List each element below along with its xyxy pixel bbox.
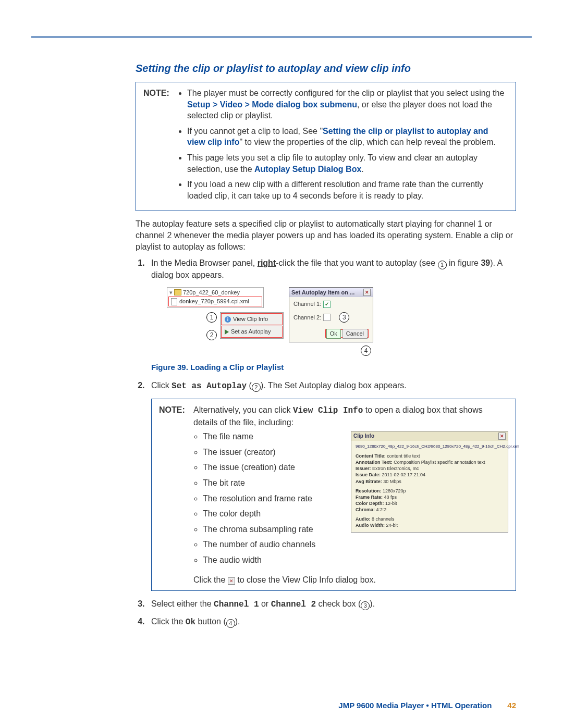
ci-value: Extron Electronics, Inc — [372, 466, 419, 471]
note-text: Click the — [193, 575, 228, 584]
step-mono: Ok — [186, 618, 195, 627]
note-text: . — [361, 165, 363, 174]
note-label: NOTE: — [143, 88, 173, 205]
callout-3: 3 — [339, 312, 349, 323]
step-text: check box ( — [316, 599, 361, 608]
channel2-label: Channel 2: — [293, 314, 321, 322]
footer-title: JMP 9600 Media Player • HTML Operation — [338, 701, 492, 710]
channel1-label: Channel 1: — [293, 300, 321, 308]
note-body: The player must be correctly configured … — [178, 88, 508, 205]
file-icon — [171, 298, 177, 305]
callout-1-inline: 1 — [438, 261, 447, 269]
detail-bullet: The number of audio channels — [203, 539, 342, 550]
ctx-set-autoplay[interactable]: Set as Autoplay — [221, 326, 283, 338]
ci-label: Content Title: — [356, 453, 386, 459]
ci-label: Avg Bitrate: — [356, 479, 382, 484]
note-bullet: This page lets you set a clip file to au… — [187, 152, 508, 175]
ci-value: 48 fps — [384, 495, 397, 500]
intro-paragraph: The autoplay feature sets a specified cl… — [136, 218, 516, 252]
folder-name: 720p_422_60_donkey — [183, 289, 240, 297]
close-icon[interactable]: ✕ — [363, 289, 371, 296]
document-page: Setting the clip or playlist to autoplay… — [0, 0, 563, 728]
note-bullet: If you load a new clip with a different … — [187, 179, 508, 201]
detail-bullet: The chroma subsampling rate — [203, 524, 342, 535]
ctx-label: Set as Autoplay — [231, 328, 271, 336]
ci-label: Audio Width: — [356, 523, 385, 528]
clip-info-panel: Clip Info ✕ 9680_1280x720_48p_422_9-16ch… — [351, 431, 508, 532]
tree-panel: ▾720p_422_60_donkey donkey_720p_5994.cpl… — [167, 287, 284, 343]
detail-bullet: The bit rate — [203, 477, 342, 489]
dialog-title: Set Autoplay item on ... — [291, 289, 354, 297]
callout-4: 4 — [361, 346, 371, 356]
detail-bullet: The resolution and frame rate — [203, 493, 342, 504]
ci-label: Color Depth: — [356, 501, 384, 506]
close-icon-inline: ✕ — [228, 577, 235, 585]
step-text: Select either the — [151, 599, 214, 608]
note-link[interactable]: Setup > Video > Mode dialog box submenu — [187, 100, 357, 109]
ok-button[interactable]: Ok — [326, 329, 341, 339]
detail-bullet: The issuer (creator) — [203, 447, 342, 458]
step-text: Click the — [151, 617, 186, 626]
ctx-label: View Clip Info — [233, 315, 268, 323]
folder-icon — [174, 289, 181, 295]
note-text: The player must be correctly configured … — [187, 89, 504, 97]
step-text: Click — [151, 381, 172, 390]
close-icon[interactable]: ✕ — [498, 433, 506, 440]
callout-1: 1 — [206, 312, 217, 323]
note-box-1: NOTE: The player must be correctly confi… — [136, 82, 516, 211]
clipinfo-path: 9680_1280x720_48p_422_9-16ch_CH2/9680_12… — [356, 444, 504, 450]
context-menu: i View Clip Info Set as Autoplay — [220, 312, 284, 339]
note-text: If you load a new clip with a different … — [187, 180, 483, 200]
note-mono: View Clip Info — [293, 406, 363, 415]
figure-caption: Figure 39. Loading a Clip or Playlist — [151, 362, 516, 373]
step-text: ( — [247, 381, 252, 390]
ci-value: 2011-02-02 17:21:04 — [382, 472, 426, 477]
step-4: Click the Ok button (4). — [147, 616, 516, 628]
note-text: If you cannot get a clip to load, See " — [187, 127, 323, 135]
detail-bullet: The issue (creation) date — [203, 462, 342, 473]
detail-bullet: The audio width — [203, 554, 342, 566]
callout-column: 1 2 — [193, 310, 219, 342]
callout-3-inline: 3 — [361, 601, 370, 610]
file-name: donkey_720p_5994.cpl.xml — [179, 298, 249, 305]
step-text: In the Media Browser panel, — [151, 258, 258, 267]
step-bold: right — [258, 258, 276, 267]
page-footer: JMP 9600 Media Player • HTML Operation 4… — [136, 701, 516, 710]
step-text: in figure — [447, 258, 481, 267]
fig-ref: 39 — [481, 258, 490, 267]
steps-list: In the Media Browser panel, right-click … — [136, 257, 516, 628]
note-box-2: NOTE: Alternatively, you can click View … — [151, 399, 516, 591]
ci-value: 12-bit — [385, 501, 397, 506]
ci-value: Composition Playlist specific annotation… — [394, 460, 485, 465]
note-text: to close the View Clip Info dialog box. — [235, 575, 376, 584]
channel2-checkbox[interactable] — [323, 314, 331, 321]
note-link[interactable]: Autoplay Setup Dialog Box — [254, 165, 361, 174]
step-1: In the Media Browser panel, right-click … — [147, 257, 516, 373]
tree-folder[interactable]: ▾720p_422_60_donkey — [168, 289, 262, 297]
note-bullet: The player must be correctly configured … — [187, 88, 508, 121]
detail-bullet: The color depth — [203, 508, 342, 520]
ci-value: content title text — [387, 453, 420, 459]
note-bullet: If you cannot get a clip to load, See "S… — [187, 126, 508, 148]
channel1-checkbox[interactable]: ✓ — [323, 301, 331, 308]
close-line: Click the ✕ to close the View Clip Info … — [193, 574, 508, 586]
info-icon: i — [225, 316, 231, 323]
play-icon — [225, 329, 229, 335]
ci-label: Issue Date: — [356, 472, 381, 477]
ci-value: 24-bit — [386, 523, 398, 528]
ci-value: 30 Mbps — [383, 479, 401, 484]
ci-label: Resolution: — [356, 488, 382, 493]
callout-4-inline: 4 — [226, 619, 235, 628]
tree-file-selected[interactable]: donkey_720p_5994.cpl.xml — [168, 297, 262, 306]
section-title: Setting the clip or playlist to autoplay… — [136, 63, 516, 75]
step-2: Click Set as Autoplay (2). The Set Autop… — [147, 380, 516, 591]
figure-39: ▾720p_422_60_donkey donkey_720p_5994.cpl… — [167, 287, 516, 359]
set-autoplay-dialog: Set Autoplay item on ... ✕ Channel 1: ✓ — [289, 287, 373, 343]
note-text: Alternatively, you can click — [193, 405, 293, 414]
ci-label: Annotation Text: — [356, 460, 393, 465]
ctx-view-clip-info[interactable]: i View Clip Info — [221, 313, 283, 325]
ci-label: Chroma: — [356, 507, 375, 512]
step-text: button ( — [195, 617, 226, 626]
detail-bullet: The file name — [203, 431, 342, 442]
cancel-button[interactable]: Cancel — [342, 329, 368, 339]
